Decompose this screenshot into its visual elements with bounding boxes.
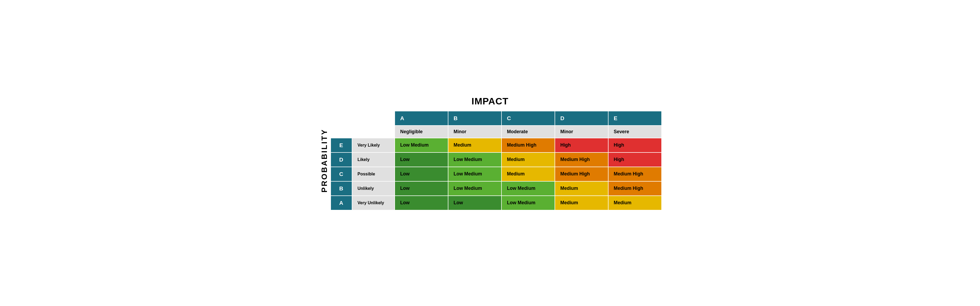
risk-cell-E-4: High — [608, 138, 662, 153]
risk-cell-D-0: Low — [395, 153, 448, 167]
risk-cell-E-3: High — [555, 138, 608, 153]
col-header-A: A — [395, 111, 448, 126]
risk-cell-A-3: Medium — [555, 196, 608, 210]
col-header-D: D — [555, 111, 608, 126]
risk-cell-B-2: Low Medium — [501, 181, 555, 196]
risk-cell-E-2: Medium High — [501, 138, 555, 153]
subheader-corner — [331, 126, 395, 138]
corner-spacer — [331, 111, 395, 126]
risk-matrix-table: ABCDENegligibleMinorModerateMinorSevereE… — [330, 111, 662, 210]
risk-cell-A-0: Low — [395, 196, 448, 210]
risk-cell-B-4: Medium High — [608, 181, 662, 196]
col-subheader-0: Negligible — [395, 126, 448, 138]
col-subheader-2: Moderate — [501, 126, 555, 138]
risk-cell-E-1: Medium — [448, 138, 501, 153]
col-header-E: E — [608, 111, 662, 126]
risk-cell-C-2: Medium — [501, 167, 555, 181]
row-desc-B: Unlikely — [352, 181, 395, 196]
risk-cell-B-0: Low — [395, 181, 448, 196]
col-subheader-3: Minor — [555, 126, 608, 138]
risk-cell-B-3: Medium — [555, 181, 608, 196]
outer-wrapper: IMPACT PROBABILITY ABCDENegligibleMinorM… — [318, 96, 662, 210]
risk-cell-C-1: Low Medium — [448, 167, 501, 181]
risk-cell-E-0: Low Medium — [395, 138, 448, 153]
row-desc-D: Likely — [352, 153, 395, 167]
risk-cell-D-4: High — [608, 153, 662, 167]
col-subheader-1: Minor — [448, 126, 501, 138]
row-desc-A: Very Unlikely — [352, 196, 395, 210]
row-letter-D: D — [331, 153, 352, 167]
impact-title: IMPACT — [472, 96, 508, 107]
risk-cell-D-2: Medium — [501, 153, 555, 167]
row-letter-C: C — [331, 167, 352, 181]
risk-cell-C-4: Medium High — [608, 167, 662, 181]
row-desc-C: Possible — [352, 167, 395, 181]
col-header-C: C — [501, 111, 555, 126]
risk-cell-A-2: Low Medium — [501, 196, 555, 210]
risk-cell-C-3: Medium High — [555, 167, 608, 181]
risk-cell-A-4: Medium — [608, 196, 662, 210]
row-desc-E: Very Likely — [352, 138, 395, 153]
col-subheader-4: Severe — [608, 126, 662, 138]
col-header-B: B — [448, 111, 501, 126]
probability-label: PROBABILITY — [318, 111, 330, 210]
risk-cell-C-0: Low — [395, 167, 448, 181]
row-letter-A: A — [331, 196, 352, 210]
main-layout: PROBABILITY ABCDENegligibleMinorModerate… — [318, 111, 662, 210]
risk-cell-B-1: Low Medium — [448, 181, 501, 196]
row-letter-E: E — [331, 138, 352, 153]
risk-cell-D-3: Medium High — [555, 153, 608, 167]
table-container: ABCDENegligibleMinorModerateMinorSevereE… — [330, 111, 662, 210]
risk-cell-A-1: Low — [448, 196, 501, 210]
risk-cell-D-1: Low Medium — [448, 153, 501, 167]
row-letter-B: B — [331, 181, 352, 196]
